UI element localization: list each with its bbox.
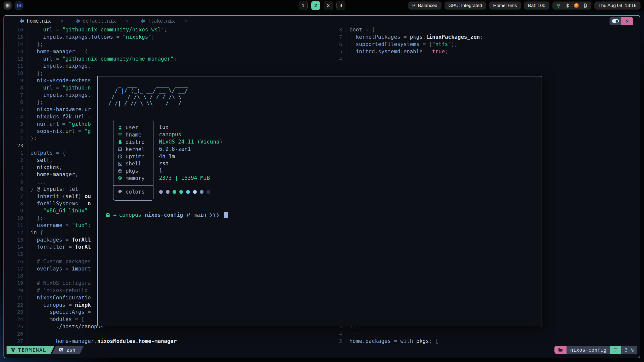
git-branch-icon <box>186 212 191 217</box>
code-text: self, <box>27 157 53 163</box>
line-number: 8 <box>4 84 27 91</box>
fastfetch-value: 1 <box>159 167 223 174</box>
shell-icon <box>117 161 123 166</box>
uptime-icon <box>117 154 123 159</box>
fastfetch-value: canopus <box>159 131 223 138</box>
color-dot <box>173 190 176 194</box>
logo-button[interactable]: $W <box>15 2 23 10</box>
workspace-button-2[interactable]: 2 <box>311 1 320 10</box>
code-text: supportedFilesystems = ["ntfs"]; <box>346 41 458 47</box>
system-tray[interactable] <box>552 2 591 10</box>
window-toggle-button[interactable] <box>610 17 621 25</box>
fastfetch-colors-row: colors <box>113 188 153 195</box>
line-number: 9 <box>4 207 27 214</box>
fastfetch-info-box: userhnamedistrokerneluptimeshellpkgsmemo… <box>113 120 153 201</box>
code-text: }; <box>27 41 43 47</box>
shell-prompt[interactable]: → canopus nixos-config main ❯❯❯ <box>105 212 228 218</box>
status-pill-1[interactable]: GPU: Integrated <box>445 2 486 10</box>
line-number: 22 <box>4 301 27 308</box>
code-text: in { <box>27 230 43 236</box>
line-number: 8 <box>323 26 346 33</box>
fastfetch-label: uptime <box>126 154 145 160</box>
bluetooth-icon[interactable] <box>565 3 570 8</box>
nix-snowflake-icon <box>19 18 24 23</box>
phone-icon[interactable] <box>583 3 588 8</box>
statusbar-shell-segment: zsh <box>52 346 84 354</box>
tab-close-icon[interactable]: ✕ <box>185 18 188 23</box>
code-line: 8boot = { <box>323 26 639 33</box>
editor-pane-right-top[interactable]: 8boot = {7 kernelPackages = pkgs.linuxPa… <box>323 26 639 64</box>
status-pills: P: BalancedGPU: IntegratedHome: 6msBat: … <box>408 2 549 10</box>
code-text: specialArgs = <box>27 309 91 315</box>
code-text: inherit (self) ou <box>27 193 91 199</box>
window-controls: ✕ <box>610 17 633 25</box>
code-text: nixpkgs, <box>27 164 62 170</box>
topbar-left: $W <box>0 2 299 10</box>
apps-grid-icon <box>5 3 10 8</box>
code-line: 26 <box>4 330 323 337</box>
tab-close-icon[interactable]: ✕ <box>126 18 129 23</box>
tab-close-icon[interactable]: ✕ <box>61 18 63 23</box>
code-text: inputs.nixpkgs. <box>27 63 91 69</box>
tab-label: default.nix <box>83 18 116 24</box>
code-text: nixosConfiguratio <box>27 295 91 301</box>
code-line: 4 <box>323 330 639 338</box>
code-text: formatter = forAl <box>27 244 91 250</box>
line-number: 13 <box>4 236 27 243</box>
code-text: nixpkgs-f2k.url = <box>27 114 91 120</box>
code-text: nixos-hardware.ur <box>27 106 91 112</box>
wifi-icon[interactable] <box>556 3 561 8</box>
line-number: 11 <box>4 222 27 229</box>
line-number: 17 <box>4 265 27 272</box>
tab-label: flake.nix <box>148 18 175 24</box>
line-number: 7 <box>4 193 27 200</box>
code-text: forAllSystems = n <box>27 201 91 207</box>
user-icon <box>117 125 123 130</box>
activity-icon[interactable] <box>574 3 579 8</box>
window-close-button[interactable]: ✕ <box>621 17 633 25</box>
workspace-button-1[interactable]: 1 <box>299 1 308 10</box>
status-pill-3[interactable]: Bat: 100 <box>524 2 549 10</box>
tabs: home.nix✕default.nix✕flake.nix✕ <box>4 18 188 24</box>
code-line: 11 inputs.nixpkgs. <box>4 62 323 70</box>
fastfetch-value: 2373 | 15394 MiB <box>159 174 223 182</box>
statusbar-folder-segment <box>554 346 567 354</box>
topbar-right: P: BalancedGPU: IntegratedHome: 6msBat: … <box>345 2 644 10</box>
code-text: }; <box>27 99 43 105</box>
tab-flake.nix[interactable]: flake.nix✕ <box>140 18 188 24</box>
fastfetch-row: shell <box>117 160 153 167</box>
fastfetch-row: distro <box>117 139 153 146</box>
status-pill-0[interactable]: P: Balanced <box>408 2 441 10</box>
launcher-button[interactable] <box>4 2 12 10</box>
tab-default.nix[interactable]: default.nix✕ <box>75 18 129 24</box>
workspace-button-3[interactable]: 3 <box>324 1 333 10</box>
workspace-button-4[interactable]: 4 <box>336 1 345 10</box>
color-dot <box>166 190 170 194</box>
code-text: outputs = { <box>27 150 65 156</box>
line-number: 6 <box>4 186 27 193</box>
terminal-cursor <box>224 212 228 218</box>
line-number: 11 <box>4 62 27 70</box>
fastfetch-row: hname <box>117 131 153 139</box>
code-text: # Custom packages <box>27 258 91 264</box>
floating-terminal[interactable]: _ ___ ____ ____ / |/ (_)_ __/ __ \/ __/ … <box>97 76 542 326</box>
fastfetch-row: pkgs <box>117 167 153 175</box>
fastfetch-label: hname <box>126 132 141 138</box>
fastfetch-label: kernel <box>126 146 145 152</box>
line-number: 1 <box>4 149 27 157</box>
line-number: 2 <box>4 156 27 164</box>
line-number: 5 <box>323 48 346 55</box>
clock[interactable]: Thu Aug 08, 18:16 <box>594 2 640 10</box>
line-number: 5 <box>323 337 346 345</box>
code-text: ./hosts/canopus <box>27 324 104 330</box>
tab-home.nix[interactable]: home.nix✕ <box>19 18 64 24</box>
nix-snowflake-icon <box>75 18 80 23</box>
code-text: "x86_64-linux" <box>27 208 88 214</box>
statusbar-left: TERMINAL zsh <box>7 346 84 354</box>
line-number: 12 <box>4 55 27 62</box>
line-number: 2 <box>4 127 27 135</box>
code-text: home-manager, <box>27 171 78 177</box>
line-number: 1 <box>4 135 27 142</box>
status-pill-2[interactable]: Home: 6ms <box>489 2 521 10</box>
code-text: kernelPackages = pkgs.linuxPackages_zen; <box>346 34 483 40</box>
